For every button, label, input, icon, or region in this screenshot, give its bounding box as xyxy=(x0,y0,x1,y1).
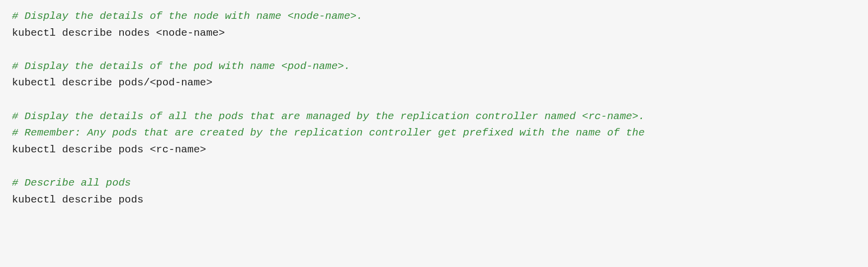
comment-line: # Describe all pods xyxy=(12,175,856,192)
code-line: kubectl describe nodes <node-name> xyxy=(12,25,856,42)
comment-line: # Display the details of the node with n… xyxy=(12,8,856,25)
code-line: kubectl describe pods/<pod-name> xyxy=(12,74,856,91)
code-block: # Display the details of the node with n… xyxy=(12,8,856,208)
code-line: kubectl describe pods xyxy=(12,192,856,208)
comment-line: # Display the details of all the pods th… xyxy=(12,108,856,125)
blank-line xyxy=(12,91,856,108)
comment-line: # Remember: Any pods that are created by… xyxy=(12,125,856,141)
comment-line: # Display the details of the pod with na… xyxy=(12,58,856,75)
code-line: kubectl describe pods <rc-name> xyxy=(12,141,856,158)
blank-line xyxy=(12,158,856,175)
blank-line xyxy=(12,41,856,58)
